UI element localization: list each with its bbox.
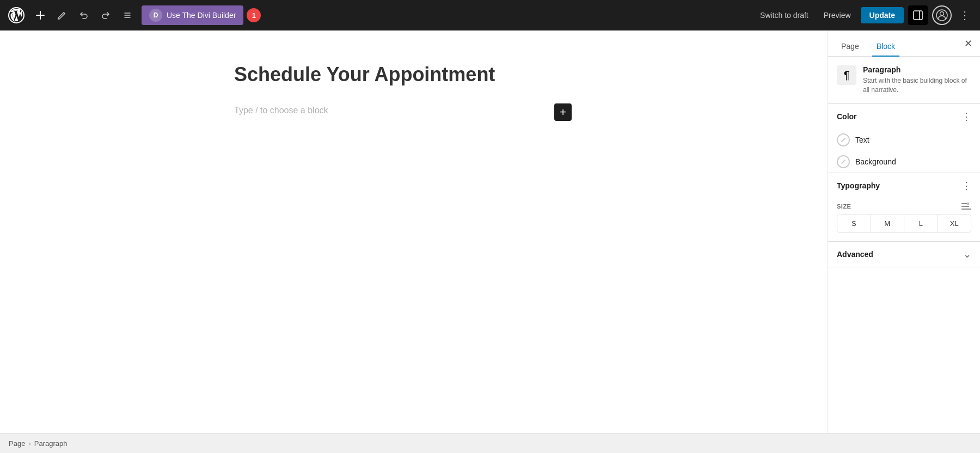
advanced-section-title: Advanced <box>837 250 873 259</box>
preview-btn[interactable]: Preview <box>818 8 856 23</box>
divi-builder-btn[interactable]: D Use The Divi Builder <box>142 5 243 25</box>
editor-content: Schedule Your Appointment Type / to choo… <box>212 63 615 123</box>
more-options-btn[interactable]: ⋮ <box>956 7 973 24</box>
svg-rect-4 <box>914 11 922 20</box>
add-block-inline-btn[interactable]: + <box>554 103 572 121</box>
undo-btn[interactable] <box>74 5 94 25</box>
wp-logo[interactable] <box>7 5 26 25</box>
size-s-btn[interactable]: S <box>837 215 871 232</box>
breadcrumb-page[interactable]: Page <box>9 439 25 448</box>
sidebar-close-btn[interactable]: ✕ <box>960 36 976 51</box>
redo-btn[interactable] <box>96 5 115 25</box>
right-sidebar: Page Block ✕ ¶ Paragraph Start with the … <box>828 30 980 433</box>
color-section-title: Color <box>837 112 857 121</box>
switch-draft-btn[interactable]: Switch to draft <box>755 8 814 23</box>
text-color-circle <box>837 133 850 146</box>
size-l-btn[interactable]: L <box>904 215 938 232</box>
text-color-option[interactable]: Text <box>828 129 980 151</box>
typography-section-header[interactable]: Typography ⋮ <box>828 173 980 198</box>
size-buttons: S M L XL <box>837 215 971 232</box>
background-color-label: Background <box>855 157 896 166</box>
tab-page[interactable]: Page <box>837 36 863 56</box>
breadcrumb-separator: › <box>28 439 30 448</box>
text-color-label: Text <box>855 136 869 144</box>
color-section-header[interactable]: Color ⋮ <box>828 104 980 129</box>
color-no-fill-icon <box>841 137 846 142</box>
edit-btn[interactable] <box>52 5 72 25</box>
sidebar-tabs: Page Block ✕ <box>828 30 980 57</box>
paragraph-icon: ¶ <box>837 65 856 85</box>
add-block-toolbar-btn[interactable] <box>30 5 50 25</box>
profile-btn[interactable] <box>932 5 952 25</box>
typography-section: Typography ⋮ SIZE S <box>828 173 980 242</box>
main-layout: Schedule Your Appointment Type / to choo… <box>0 30 980 433</box>
editor-block-area: Type / to choose a block + <box>234 101 593 123</box>
breadcrumb-bar: Page › Paragraph <box>0 433 980 453</box>
toolbar: D Use The Divi Builder 1 Switch to draft… <box>0 0 980 30</box>
block-info: ¶ Paragraph Start with the basic buildin… <box>828 57 980 104</box>
divi-circle-icon: D <box>149 9 162 22</box>
color-no-fill-bg-icon <box>841 159 846 163</box>
size-control-icon-btn[interactable] <box>961 203 971 210</box>
tab-block[interactable]: Block <box>872 36 899 56</box>
page-title[interactable]: Schedule Your Appointment <box>234 63 593 86</box>
typography-more-btn[interactable]: ⋮ <box>961 180 971 192</box>
size-m-btn[interactable]: M <box>871 215 905 232</box>
toolbar-right: Switch to draft Preview Update ⋮ <box>755 5 973 25</box>
advanced-section-header[interactable]: Advanced ⌄ <box>828 242 980 267</box>
block-placeholder[interactable]: Type / to choose a block <box>234 106 593 115</box>
svg-point-7 <box>940 12 944 16</box>
block-description: Paragraph Start with the basic building … <box>863 65 971 95</box>
typography-section-title: Typography <box>837 181 880 190</box>
color-section: Color ⋮ Text Background <box>828 104 980 173</box>
advanced-section: Advanced ⌄ <box>828 242 980 267</box>
size-xl-btn[interactable]: XL <box>938 215 971 232</box>
update-btn[interactable]: Update <box>861 7 904 23</box>
size-label: SIZE <box>837 203 971 210</box>
typography-body: SIZE S M L XL <box>828 198 980 241</box>
notification-badge: 1 <box>247 8 261 22</box>
editor-area: Schedule Your Appointment Type / to choo… <box>0 30 828 433</box>
block-title: Paragraph <box>863 65 971 74</box>
sidebar-toggle-btn[interactable] <box>908 5 928 25</box>
block-subtitle: Start with the basic building block of a… <box>863 76 971 95</box>
color-more-btn[interactable]: ⋮ <box>961 111 971 123</box>
background-color-option[interactable]: Background <box>828 151 980 173</box>
list-view-btn[interactable] <box>118 5 137 25</box>
chevron-down-icon: ⌄ <box>963 248 971 260</box>
background-color-circle <box>837 155 850 168</box>
breadcrumb-block[interactable]: Paragraph <box>34 439 68 448</box>
